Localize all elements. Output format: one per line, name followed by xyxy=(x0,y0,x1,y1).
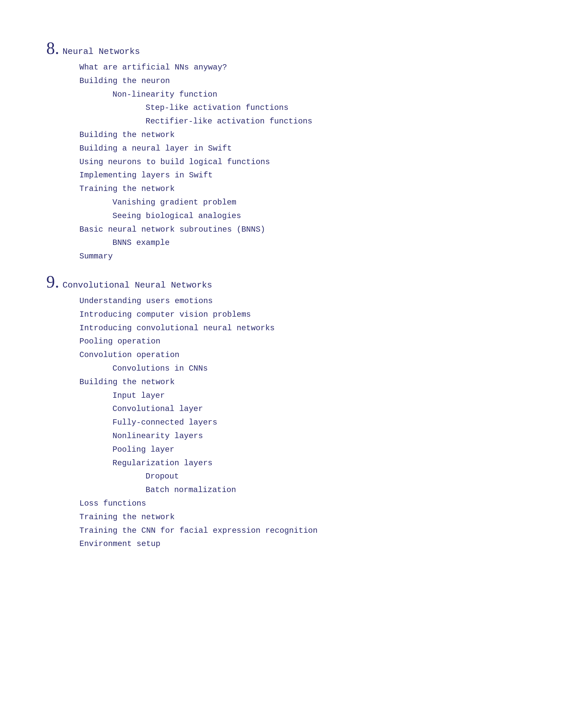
toc-item-2-7: Building the network xyxy=(79,376,516,389)
chapter-title-2: Convolutional Neural Networks xyxy=(63,280,212,290)
toc-item-2-8: Input layer xyxy=(113,389,516,403)
chapter-title-1: Neural Networks xyxy=(63,47,140,57)
chapter-number-2: 9. xyxy=(46,273,59,291)
toc-item-2-14: Dropout xyxy=(146,470,516,483)
toc-item-2-15: Batch normalization xyxy=(146,483,516,497)
toc-item-1-8: Using neurons to build logical functions xyxy=(79,156,516,169)
chapter-entry-2: 9.Convolutional Neural Networks xyxy=(46,273,516,291)
chapter-list-1: What are artificial NNs anyway?Building … xyxy=(46,61,516,263)
toc-item-1-7: Building a neural layer in Swift xyxy=(79,142,516,156)
toc-item-1-1: What are artificial NNs anyway? xyxy=(79,61,516,74)
toc-item-1-11: Vanishing gradient problem xyxy=(113,196,516,209)
toc-item-2-10: Fully-connected layers xyxy=(113,416,516,430)
toc-item-2-19: Environment setup xyxy=(79,537,516,551)
toc-item-2-12: Pooling layer xyxy=(113,443,516,457)
toc-item-1-15: Summary xyxy=(79,250,516,263)
toc-item-2-3: Introducing convolutional neural network… xyxy=(79,322,516,335)
toc-item-2-18: Training the CNN for facial expression r… xyxy=(79,524,516,538)
toc-item-1-12: Seeing biological analogies xyxy=(113,209,516,223)
chapter-list-2: Understanding users emotionsIntroducing … xyxy=(46,295,516,551)
toc-item-2-2: Introducing computer vision problems xyxy=(79,308,516,322)
toc-item-2-16: Loss functions xyxy=(79,497,516,511)
toc-item-2-17: Training the network xyxy=(79,511,516,524)
toc-item-1-14: BNNS example xyxy=(113,236,516,250)
toc-item-1-2: Building the neuron xyxy=(79,74,516,88)
toc-item-2-5: Convolution operation xyxy=(79,348,516,362)
toc-item-1-6: Building the network xyxy=(79,128,516,142)
toc-item-1-3: Non-linearity function xyxy=(113,88,516,102)
toc-item-2-6: Convolutions in CNNs xyxy=(113,362,516,376)
toc-item-2-9: Convolutional layer xyxy=(113,402,516,416)
chapter-entry-1: 8.Neural Networks xyxy=(46,40,516,57)
toc-item-2-4: Pooling operation xyxy=(79,335,516,348)
chapter-block-1: 8.Neural NetworksWhat are artificial NNs… xyxy=(46,40,516,263)
toc-item-1-10: Training the network xyxy=(79,182,516,196)
toc-item-2-13: Regularization layers xyxy=(113,457,516,470)
toc-item-2-1: Understanding users emotions xyxy=(79,295,516,308)
chapter-block-2: 9.Convolutional Neural NetworksUnderstan… xyxy=(46,273,516,551)
toc-item-1-9: Implementing layers in Swift xyxy=(79,169,516,182)
chapter-number-1: 8. xyxy=(46,40,59,57)
toc-item-1-13: Basic neural network subroutines (BNNS) xyxy=(79,223,516,237)
toc-item-2-11: Nonlinearity layers xyxy=(113,430,516,443)
toc-item-1-4: Step-like activation functions xyxy=(146,101,516,115)
toc-item-1-5: Rectifier-like activation functions xyxy=(146,115,516,128)
table-of-contents: 8.Neural NetworksWhat are artificial NNs… xyxy=(46,40,516,551)
